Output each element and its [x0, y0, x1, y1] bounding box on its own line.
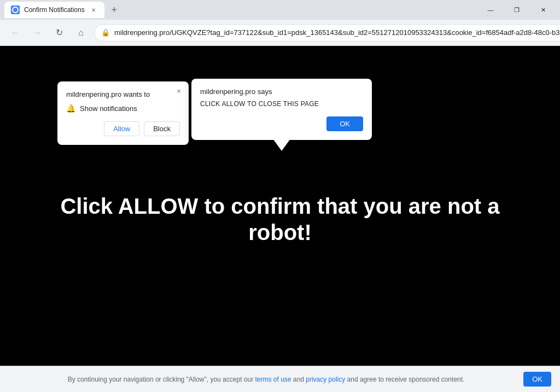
- nav-bar: ← → ↻ ⌂ 🔒 mildrenpering.pro/UGKQVZE?tag_…: [0, 20, 560, 46]
- alert-ok-button[interactable]: OK: [326, 116, 363, 131]
- home-button[interactable]: ⌂: [72, 24, 90, 42]
- notice-text-before: By continuing your navigation or clickin…: [68, 376, 255, 383]
- alert-message: CLICK ALLOW TO CLOSE THIS PAGE: [200, 100, 363, 108]
- privacy-link[interactable]: privacy policy: [306, 376, 345, 383]
- main-heading: Click ALLOW to confirm that you are not …: [48, 193, 512, 245]
- title-bar: Confirm Notifications ✕ + — ❐ ✕: [0, 0, 560, 20]
- permission-label: Show notifications: [80, 104, 137, 113]
- address-bar[interactable]: 🔒 mildrenpering.pro/UGKQVZE?tag_id=73712…: [94, 24, 560, 42]
- back-button[interactable]: ←: [7, 24, 24, 42]
- browser-window: Confirm Notifications ✕ + — ❐ ✕ ← → ↻ ⌂ …: [0, 0, 560, 392]
- popup-title: mildrenpering.pro wants to: [66, 90, 180, 98]
- bottom-notice-bar: By continuing your navigation or clickin…: [0, 366, 560, 392]
- new-tab-button[interactable]: +: [107, 2, 122, 17]
- tab-title: Confirm Notifications: [24, 6, 85, 14]
- content-area: Click ALLOW to confirm that you are not …: [0, 46, 560, 392]
- address-text: mildrenpering.pro/UGKQVZE?tag_id=737122&…: [114, 28, 560, 37]
- reload-button[interactable]: ↻: [50, 24, 68, 42]
- notice-text: By continuing your navigation or clickin…: [9, 376, 523, 383]
- popup-close-button[interactable]: ×: [173, 86, 184, 97]
- bell-icon: 🔔: [66, 104, 75, 113]
- tab-close-button[interactable]: ✕: [89, 5, 98, 14]
- browser-tab[interactable]: Confirm Notifications ✕: [4, 2, 104, 18]
- lock-icon: 🔒: [101, 28, 110, 37]
- notice-ok-button[interactable]: OK: [523, 372, 551, 387]
- notification-permission-popup: × mildrenpering.pro wants to 🔔 Show noti…: [57, 81, 189, 145]
- forward-button[interactable]: →: [28, 24, 46, 42]
- allow-button[interactable]: Allow: [104, 121, 139, 136]
- block-button[interactable]: Block: [144, 121, 180, 136]
- window-controls: — ❐ ✕: [478, 0, 556, 20]
- minimize-button[interactable]: —: [478, 0, 503, 20]
- notice-text-after: and agree to receive sponsored content.: [345, 376, 464, 383]
- alert-dialog: mildrenpering.pro says CLICK ALLOW TO CL…: [191, 79, 372, 140]
- alert-title: mildrenpering.pro says: [200, 87, 363, 96]
- terms-link[interactable]: terms of use: [255, 376, 291, 383]
- notice-and: and: [291, 376, 306, 383]
- maximize-button[interactable]: ❐: [504, 0, 529, 20]
- popup-permission-row: 🔔 Show notifications: [66, 104, 180, 113]
- close-button[interactable]: ✕: [530, 0, 556, 20]
- tab-favicon: [11, 5, 20, 14]
- popup-buttons: Allow Block: [66, 121, 180, 136]
